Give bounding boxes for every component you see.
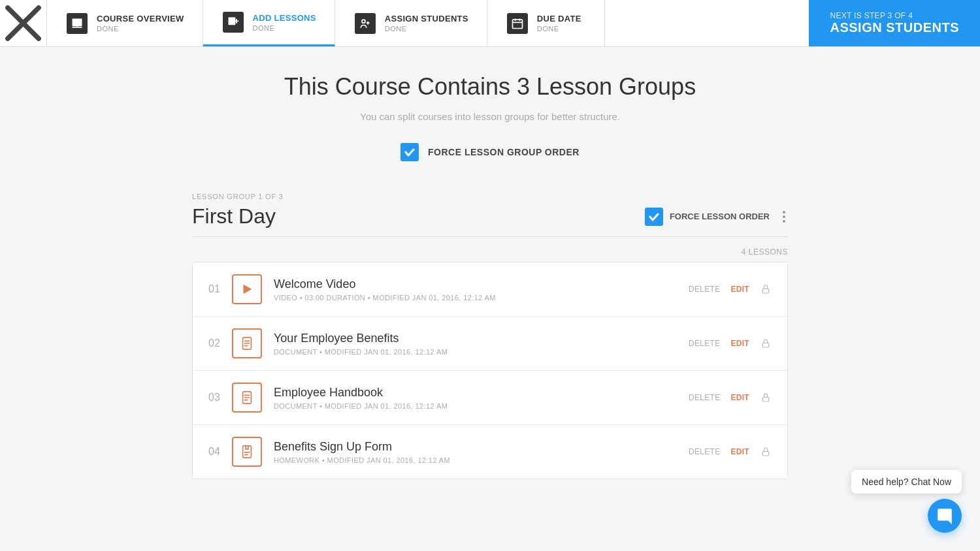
step-4-sub: DONE (537, 25, 581, 33)
lesson-info: Benefits Sign Up Form HOMEWORK • Modifie… (274, 440, 689, 464)
step-1-sub: DONE (97, 25, 184, 33)
lesson-item: 02 Your Employee Benefits DOCUMENT • Mod… (193, 317, 787, 371)
edit-button[interactable]: EDIT (730, 447, 749, 456)
svg-marker-15 (244, 285, 252, 294)
lesson-info: Employee Handbook DOCUMENT • Modified Ja… (274, 386, 689, 410)
step-assign-students[interactable]: ASSIGN STUDENTS DONE (335, 0, 487, 46)
lesson-actions: DELETE EDIT (689, 338, 772, 349)
video-icon (232, 274, 262, 304)
next-step-label: ASSIGN STUDENTS (830, 20, 959, 35)
step-1-title: COURSE OVERVIEW (97, 14, 184, 24)
add-lessons-icon (221, 10, 245, 34)
step-4-title: DUE DATE (537, 14, 581, 24)
top-nav: COURSE OVERVIEW DONE ADD LESSONS DONE AS… (0, 0, 980, 47)
svg-point-8 (362, 20, 365, 23)
step-course-overview[interactable]: COURSE OVERVIEW DONE (47, 0, 203, 46)
lock-icon[interactable] (760, 446, 772, 458)
lesson-title: Employee Handbook (274, 386, 689, 400)
svg-rect-2 (73, 18, 82, 26)
lesson-num: 03 (208, 392, 232, 403)
lesson-group-1: LESSON GROUP 1 OF 3 First Day FORCE LESS… (192, 193, 788, 479)
force-lesson-order-label: FORCE LESSON ORDER (670, 212, 770, 221)
step-add-lessons[interactable]: ADD LESSONS DONE (203, 0, 335, 46)
step-3-title: ASSIGN STUDENTS (385, 14, 468, 24)
step-2-sub: DONE (253, 24, 316, 32)
next-step-sub: NEXT IS STEP 3 OF 4 (830, 11, 913, 20)
lock-icon[interactable] (760, 338, 772, 349)
delete-button[interactable]: DELETE (689, 339, 720, 348)
lesson-meta: DOCUMENT • Modified Jan 01, 2016, 12:12 … (274, 348, 689, 356)
svg-rect-27 (243, 446, 252, 458)
lesson-item: 04 Benefits Sign Up Form HOMEWORK • Modi… (193, 425, 787, 479)
lessons-count: 4 LESSONS (192, 247, 788, 257)
group-header-right: FORCE LESSON ORDER (645, 208, 788, 226)
lesson-item: 03 Employee Handbook DOCUMENT • Modified… (193, 371, 787, 425)
chat-widget: Need help? Chat Now (851, 470, 962, 533)
svg-rect-26 (762, 397, 768, 401)
lesson-title: Benefits Sign Up Form (274, 440, 689, 454)
page-title: This Course Contains 3 Lesson Groups (192, 73, 788, 101)
lesson-actions: DELETE EDIT (689, 392, 772, 403)
due-date-icon (506, 12, 529, 35)
main-content: This Course Contains 3 Lesson Groups You… (176, 47, 804, 537)
svg-rect-21 (762, 343, 768, 347)
chat-bubble: Need help? Chat Now (851, 470, 962, 494)
lesson-title: Your Employee Benefits (274, 332, 689, 345)
lesson-group-meta: LESSON GROUP 1 OF 3 (192, 193, 788, 200)
more-options-button[interactable] (780, 211, 788, 223)
delete-button[interactable]: DELETE (689, 447, 720, 456)
edit-button[interactable]: EDIT (730, 285, 749, 294)
step-3-sub: DONE (385, 25, 468, 33)
chat-button[interactable] (928, 499, 962, 533)
edit-button[interactable]: EDIT (730, 339, 749, 348)
lesson-group-name: First Day (192, 204, 276, 228)
lesson-item: 01 Welcome Video VIDEO • 03:00 DURATION … (193, 262, 787, 317)
lesson-num: 01 (208, 283, 232, 295)
homework-icon (232, 437, 262, 467)
lock-icon[interactable] (760, 283, 772, 295)
step-2-title: ADD LESSONS (253, 13, 316, 23)
lesson-list: 01 Welcome Video VIDEO • 03:00 DURATION … (192, 262, 788, 479)
lesson-info: Your Employee Benefits DOCUMENT • Modifi… (274, 332, 689, 356)
svg-rect-16 (762, 289, 768, 293)
page-subtitle: You can split courses into lesson groups… (192, 111, 788, 122)
lesson-actions: DELETE EDIT (689, 446, 772, 458)
lock-icon[interactable] (760, 392, 772, 403)
next-step-button[interactable]: NEXT IS STEP 3 OF 4 ASSIGN STUDENTS (809, 0, 980, 46)
force-group-order-checkbox[interactable] (400, 143, 419, 161)
document-icon (232, 328, 262, 358)
document-icon (232, 383, 262, 413)
course-overview-icon (65, 12, 89, 35)
svg-rect-30 (762, 451, 768, 456)
force-group-order-label: FORCE LESSON GROUP ORDER (428, 147, 580, 157)
delete-button[interactable]: DELETE (689, 285, 720, 294)
lesson-meta: DOCUMENT • Modified Jan 01, 2016, 12:12 … (274, 402, 689, 410)
assign-students-icon (353, 12, 377, 35)
delete-button[interactable]: DELETE (689, 393, 720, 402)
force-lesson-order-checkbox[interactable] (645, 208, 663, 226)
force-group-order-row: FORCE LESSON GROUP ORDER (192, 143, 788, 161)
lesson-group-header: First Day FORCE LESSON ORDER (192, 204, 788, 237)
close-button[interactable] (0, 0, 47, 46)
lesson-meta: HOMEWORK • Modified Jan 01, 2016, 12:12 … (274, 456, 689, 464)
lesson-info: Welcome Video VIDEO • 03:00 DURATION • M… (274, 277, 689, 302)
force-lesson-order-row: FORCE LESSON ORDER (645, 208, 770, 226)
edit-button[interactable]: EDIT (730, 393, 749, 402)
lesson-title: Welcome Video (274, 277, 689, 291)
svg-rect-11 (512, 20, 522, 28)
lesson-actions: DELETE EDIT (689, 283, 772, 295)
step-due-date[interactable]: DUE DATE DONE (487, 0, 605, 46)
lesson-meta: VIDEO • 03:00 DURATION • Modified Jan 01… (274, 294, 689, 302)
lesson-num: 04 (208, 446, 232, 458)
lesson-num: 02 (208, 338, 232, 349)
